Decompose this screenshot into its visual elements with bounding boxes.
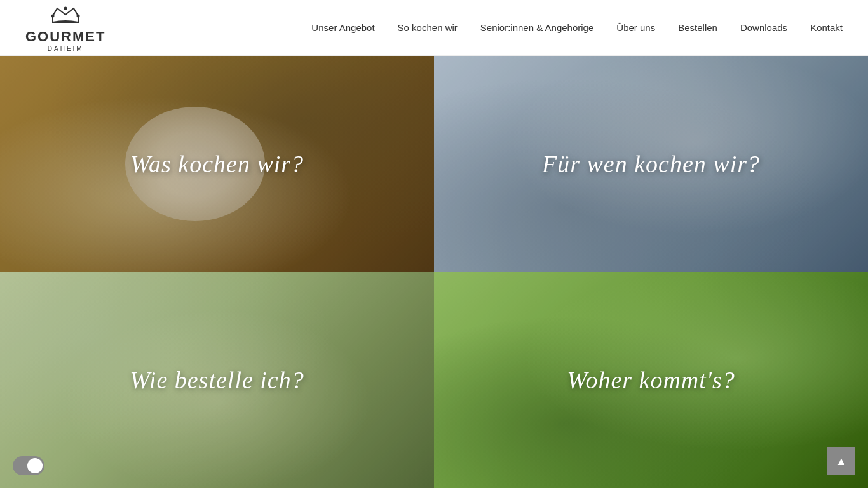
toggle-knob [27,458,43,473]
tile-2-label: Für wen kochen wir? [434,56,868,272]
tile-4-bg [434,272,868,488]
tile-3-label: Wie bestelle ich? [0,272,434,488]
tile-was-kochen[interactable]: Was kochen wir? [0,56,434,272]
nav-item-bestellen[interactable]: Bestellen [678,22,717,33]
tile-1-bg [0,56,434,272]
tile-4-label: Woher kommt's? [434,272,868,488]
main-nav: Unser Angebot So kochen wir Senior:innen… [311,22,843,33]
logo-icon [50,3,81,29]
accessibility-toggle[interactable] [13,456,44,475]
tile-3-bg [0,272,434,488]
site-header: GOURMET DAHEIM Unser Angebot So kochen w… [0,0,868,56]
scroll-to-top-button[interactable]: ▲ [827,447,855,475]
svg-point-1 [64,7,67,10]
tile-woher[interactable]: Woher kommt's? [434,272,868,488]
nav-item-angebot[interactable]: Unser Angebot [311,22,374,33]
tile-bestelle[interactable]: Wie bestelle ich? [0,272,434,488]
nav-item-kochen[interactable]: So kochen wir [398,22,458,33]
tile-2-bg [434,56,868,272]
tile-fuer-wen[interactable]: Für wen kochen wir? [434,56,868,272]
content-grid: Was kochen wir? Für wen kochen wir? Wie … [0,56,868,488]
svg-point-2 [77,15,80,18]
nav-item-senioren[interactable]: Senior:innen & Angehörige [480,22,593,33]
nav-item-kontakt[interactable]: Kontakt [810,22,843,33]
svg-point-0 [51,15,55,18]
logo-sub: DAHEIM [48,45,84,52]
tile-1-label: Was kochen wir? [0,56,434,272]
logo-brand: GOURMET [25,29,105,45]
logo[interactable]: GOURMET DAHEIM [25,3,105,52]
nav-item-ueber[interactable]: Über uns [616,22,655,33]
nav-item-downloads[interactable]: Downloads [740,22,787,33]
